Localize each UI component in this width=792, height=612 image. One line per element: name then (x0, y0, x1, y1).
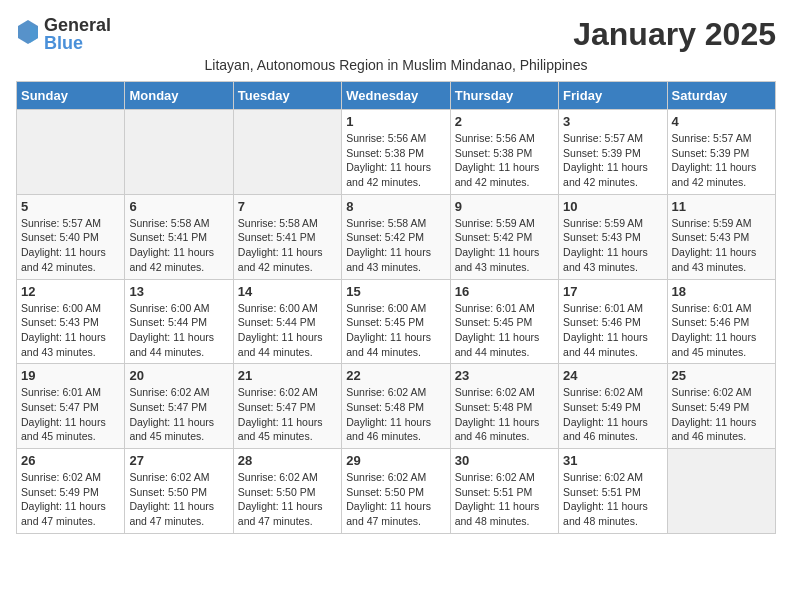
day-info: Sunrise: 6:02 AMSunset: 5:48 PMDaylight:… (455, 385, 554, 444)
calendar-cell (233, 110, 341, 195)
day-number: 15 (346, 284, 445, 299)
day-info: Sunrise: 6:00 AMSunset: 5:44 PMDaylight:… (129, 301, 228, 360)
day-number: 14 (238, 284, 337, 299)
calendar-week-4: 19 Sunrise: 6:01 AMSunset: 5:47 PMDaylig… (17, 364, 776, 449)
calendar-cell (125, 110, 233, 195)
calendar-week-3: 12 Sunrise: 6:00 AMSunset: 5:43 PMDaylig… (17, 279, 776, 364)
day-number: 21 (238, 368, 337, 383)
calendar-cell: 13 Sunrise: 6:00 AMSunset: 5:44 PMDaylig… (125, 279, 233, 364)
day-number: 22 (346, 368, 445, 383)
day-info: Sunrise: 6:02 AMSunset: 5:50 PMDaylight:… (238, 470, 337, 529)
day-info: Sunrise: 6:02 AMSunset: 5:49 PMDaylight:… (563, 385, 662, 444)
header: General Blue January 2025 (16, 16, 776, 53)
day-number: 26 (21, 453, 120, 468)
month-title: January 2025 (573, 16, 776, 53)
day-info: Sunrise: 5:57 AMSunset: 5:39 PMDaylight:… (672, 131, 771, 190)
day-info: Sunrise: 6:00 AMSunset: 5:45 PMDaylight:… (346, 301, 445, 360)
day-info: Sunrise: 5:58 AMSunset: 5:42 PMDaylight:… (346, 216, 445, 275)
calendar-cell: 14 Sunrise: 6:00 AMSunset: 5:44 PMDaylig… (233, 279, 341, 364)
calendar-cell: 17 Sunrise: 6:01 AMSunset: 5:46 PMDaylig… (559, 279, 667, 364)
day-info: Sunrise: 6:00 AMSunset: 5:44 PMDaylight:… (238, 301, 337, 360)
day-info: Sunrise: 5:59 AMSunset: 5:43 PMDaylight:… (672, 216, 771, 275)
logo-general: General (44, 16, 111, 34)
calendar-cell: 7 Sunrise: 5:58 AMSunset: 5:41 PMDayligh… (233, 194, 341, 279)
day-number: 1 (346, 114, 445, 129)
day-info: Sunrise: 6:02 AMSunset: 5:49 PMDaylight:… (672, 385, 771, 444)
day-number: 31 (563, 453, 662, 468)
header-row: Sunday Monday Tuesday Wednesday Thursday… (17, 82, 776, 110)
calendar-cell: 16 Sunrise: 6:01 AMSunset: 5:45 PMDaylig… (450, 279, 558, 364)
col-sunday: Sunday (17, 82, 125, 110)
day-number: 16 (455, 284, 554, 299)
day-info: Sunrise: 6:02 AMSunset: 5:47 PMDaylight:… (238, 385, 337, 444)
calendar-cell: 18 Sunrise: 6:01 AMSunset: 5:46 PMDaylig… (667, 279, 775, 364)
day-info: Sunrise: 5:58 AMSunset: 5:41 PMDaylight:… (238, 216, 337, 275)
day-info: Sunrise: 6:01 AMSunset: 5:45 PMDaylight:… (455, 301, 554, 360)
calendar-cell: 2 Sunrise: 5:56 AMSunset: 5:38 PMDayligh… (450, 110, 558, 195)
day-info: Sunrise: 6:02 AMSunset: 5:50 PMDaylight:… (129, 470, 228, 529)
calendar-cell: 31 Sunrise: 6:02 AMSunset: 5:51 PMDaylig… (559, 449, 667, 534)
day-info: Sunrise: 5:59 AMSunset: 5:42 PMDaylight:… (455, 216, 554, 275)
day-number: 12 (21, 284, 120, 299)
calendar-cell: 29 Sunrise: 6:02 AMSunset: 5:50 PMDaylig… (342, 449, 450, 534)
calendar-cell: 3 Sunrise: 5:57 AMSunset: 5:39 PMDayligh… (559, 110, 667, 195)
logo: General Blue (16, 16, 111, 52)
calendar-cell: 24 Sunrise: 6:02 AMSunset: 5:49 PMDaylig… (559, 364, 667, 449)
day-info: Sunrise: 6:01 AMSunset: 5:47 PMDaylight:… (21, 385, 120, 444)
calendar-cell: 9 Sunrise: 5:59 AMSunset: 5:42 PMDayligh… (450, 194, 558, 279)
calendar-week-1: 1 Sunrise: 5:56 AMSunset: 5:38 PMDayligh… (17, 110, 776, 195)
calendar-cell: 11 Sunrise: 5:59 AMSunset: 5:43 PMDaylig… (667, 194, 775, 279)
day-number: 23 (455, 368, 554, 383)
calendar-cell: 8 Sunrise: 5:58 AMSunset: 5:42 PMDayligh… (342, 194, 450, 279)
day-number: 8 (346, 199, 445, 214)
day-number: 6 (129, 199, 228, 214)
day-info: Sunrise: 5:59 AMSunset: 5:43 PMDaylight:… (563, 216, 662, 275)
day-info: Sunrise: 6:01 AMSunset: 5:46 PMDaylight:… (672, 301, 771, 360)
day-number: 28 (238, 453, 337, 468)
day-info: Sunrise: 5:57 AMSunset: 5:40 PMDaylight:… (21, 216, 120, 275)
calendar-cell: 23 Sunrise: 6:02 AMSunset: 5:48 PMDaylig… (450, 364, 558, 449)
calendar-cell: 4 Sunrise: 5:57 AMSunset: 5:39 PMDayligh… (667, 110, 775, 195)
day-number: 5 (21, 199, 120, 214)
logo-icon (16, 18, 40, 50)
calendar-week-2: 5 Sunrise: 5:57 AMSunset: 5:40 PMDayligh… (17, 194, 776, 279)
day-number: 7 (238, 199, 337, 214)
calendar-cell: 1 Sunrise: 5:56 AMSunset: 5:38 PMDayligh… (342, 110, 450, 195)
day-number: 20 (129, 368, 228, 383)
subtitle: Litayan, Autonomous Region in Muslim Min… (16, 57, 776, 73)
col-monday: Monday (125, 82, 233, 110)
calendar-cell (667, 449, 775, 534)
day-number: 2 (455, 114, 554, 129)
calendar-week-5: 26 Sunrise: 6:02 AMSunset: 5:49 PMDaylig… (17, 449, 776, 534)
day-number: 17 (563, 284, 662, 299)
col-saturday: Saturday (667, 82, 775, 110)
calendar-table: Sunday Monday Tuesday Wednesday Thursday… (16, 81, 776, 534)
day-number: 11 (672, 199, 771, 214)
calendar-cell: 28 Sunrise: 6:02 AMSunset: 5:50 PMDaylig… (233, 449, 341, 534)
day-info: Sunrise: 6:01 AMSunset: 5:46 PMDaylight:… (563, 301, 662, 360)
day-number: 4 (672, 114, 771, 129)
logo-blue: Blue (44, 34, 111, 52)
calendar-cell: 25 Sunrise: 6:02 AMSunset: 5:49 PMDaylig… (667, 364, 775, 449)
calendar-cell: 12 Sunrise: 6:00 AMSunset: 5:43 PMDaylig… (17, 279, 125, 364)
day-info: Sunrise: 6:02 AMSunset: 5:50 PMDaylight:… (346, 470, 445, 529)
calendar-cell: 30 Sunrise: 6:02 AMSunset: 5:51 PMDaylig… (450, 449, 558, 534)
day-info: Sunrise: 6:02 AMSunset: 5:47 PMDaylight:… (129, 385, 228, 444)
day-number: 13 (129, 284, 228, 299)
day-number: 19 (21, 368, 120, 383)
calendar-cell: 15 Sunrise: 6:00 AMSunset: 5:45 PMDaylig… (342, 279, 450, 364)
calendar-cell: 10 Sunrise: 5:59 AMSunset: 5:43 PMDaylig… (559, 194, 667, 279)
day-number: 3 (563, 114, 662, 129)
day-info: Sunrise: 5:56 AMSunset: 5:38 PMDaylight:… (455, 131, 554, 190)
day-info: Sunrise: 6:02 AMSunset: 5:51 PMDaylight:… (455, 470, 554, 529)
day-info: Sunrise: 5:58 AMSunset: 5:41 PMDaylight:… (129, 216, 228, 275)
day-info: Sunrise: 5:57 AMSunset: 5:39 PMDaylight:… (563, 131, 662, 190)
day-number: 9 (455, 199, 554, 214)
day-number: 30 (455, 453, 554, 468)
calendar-cell: 20 Sunrise: 6:02 AMSunset: 5:47 PMDaylig… (125, 364, 233, 449)
col-tuesday: Tuesday (233, 82, 341, 110)
calendar-cell: 27 Sunrise: 6:02 AMSunset: 5:50 PMDaylig… (125, 449, 233, 534)
calendar-cell: 19 Sunrise: 6:01 AMSunset: 5:47 PMDaylig… (17, 364, 125, 449)
calendar-cell: 22 Sunrise: 6:02 AMSunset: 5:48 PMDaylig… (342, 364, 450, 449)
col-wednesday: Wednesday (342, 82, 450, 110)
